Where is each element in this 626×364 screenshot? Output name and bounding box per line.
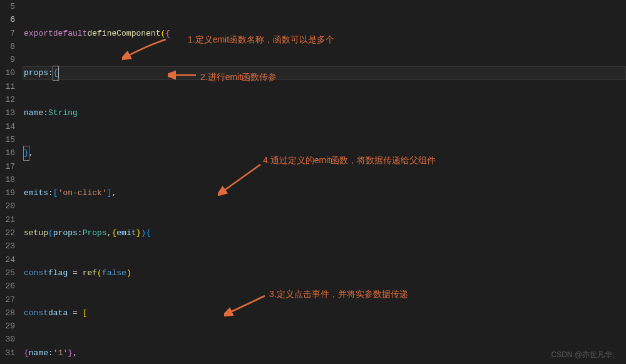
line-num: 24: [5, 253, 15, 266]
line-num: 10: [5, 66, 15, 79]
line-num: 31: [5, 346, 15, 360]
code-line[interactable]: export default defineComponent({: [24, 27, 626, 40]
code-editor[interactable]: 5 6 7 8 9 10 11 12 13 14 15 16 17 18 19 …: [0, 0, 626, 364]
line-num: 12: [5, 93, 15, 106]
line-num: 23: [5, 240, 15, 253]
line-num: 29: [5, 320, 15, 333]
line-num: 5: [5, 0, 15, 13]
line-num: 11: [5, 80, 15, 93]
code-area[interactable]: export default defineComponent({ props:{…: [23, 0, 626, 364]
code-line[interactable]: name:String: [24, 106, 626, 119]
line-gutter: 5 6 7 8 9 10 11 12 13 14 15 16 17 18 19 …: [0, 0, 23, 364]
line-num: 27: [5, 293, 15, 306]
line-num: 17: [5, 160, 15, 173]
line-num: 28: [5, 306, 15, 320]
line-num: 15: [5, 133, 15, 146]
line-num: 20: [5, 200, 15, 213]
line-num: 18: [5, 173, 15, 186]
line-num-current: 6: [5, 13, 15, 26]
line-num: 25: [5, 266, 15, 280]
line-num: 26: [5, 280, 15, 293]
code-line[interactable]: },: [24, 146, 626, 159]
line-num: 14: [5, 120, 15, 133]
watermark: CSDN @亦世凡华、: [551, 350, 620, 360]
line-num: 16: [5, 146, 15, 159]
code-line[interactable]: emits:['on-click'],: [24, 186, 626, 200]
code-line[interactable]: const flag = ref(false): [24, 266, 626, 280]
code-line[interactable]: {name:'1'},: [24, 346, 626, 360]
line-num: 7: [5, 27, 15, 40]
line-num: 22: [5, 226, 15, 240]
line-num: 19: [5, 186, 15, 200]
line-num: 30: [5, 333, 15, 346]
line-num: 13: [5, 106, 15, 119]
line-num: 8: [5, 40, 15, 53]
line-num: 9: [5, 53, 15, 66]
code-line-current[interactable]: props:{: [23, 66, 626, 79]
text-cursor: [58, 68, 59, 78]
code-line[interactable]: setup(props:Props,{emit}){: [24, 226, 626, 240]
code-line[interactable]: const data = [: [24, 306, 626, 320]
line-num: 21: [5, 213, 15, 226]
